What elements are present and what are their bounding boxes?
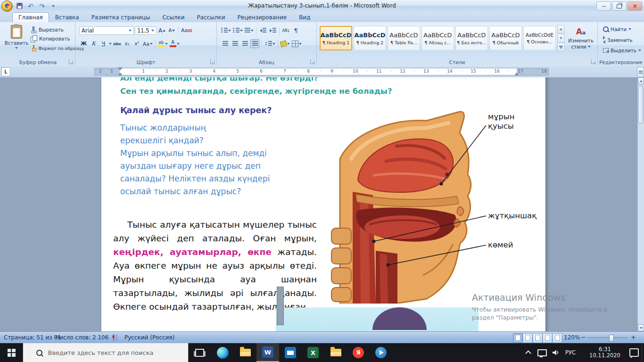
change-case-button[interactable]: Аа	[142, 39, 153, 48]
strikethrough-button[interactable]: abc	[113, 39, 122, 48]
page-indicator[interactable]: Страница: 51 из 81	[4, 332, 61, 343]
print-layout-view-button[interactable]	[513, 333, 522, 343]
style-abzac[interactable]: AaBbCcD¶ Абзац с...	[421, 26, 454, 50]
subscript-button[interactable]: х₂	[123, 39, 132, 48]
tray-language-button[interactable]: РУС	[562, 343, 579, 362]
taskbar-search[interactable]	[23, 343, 189, 362]
office-button[interactable]	[1, 0, 13, 12]
tab-recenzirovanie[interactable]: Рецензирование	[231, 12, 293, 22]
dialog-launcher-font[interactable]	[210, 59, 215, 64]
undo-button[interactable]: ↶	[26, 1, 35, 11]
superscript-button[interactable]: х²	[132, 39, 141, 48]
shading-button[interactable]	[280, 39, 290, 48]
scrollbar-thumb[interactable]	[638, 86, 644, 123]
minimize-button[interactable]: −	[596, 1, 611, 11]
select-button[interactable]: Выделить	[602, 47, 643, 54]
increase-indent-button[interactable]	[268, 26, 277, 35]
fullscreen-view-button[interactable]	[523, 333, 532, 343]
align-center-button[interactable]	[231, 39, 239, 48]
font-color-button[interactable]: А	[169, 39, 180, 48]
decrease-indent-button[interactable]	[258, 26, 267, 35]
tray-volume-button[interactable]	[549, 343, 562, 362]
customize-qat-button[interactable]	[49, 1, 58, 11]
tab-razmetka[interactable]: Разметка страницы	[85, 12, 157, 22]
notification-center-button[interactable]	[627, 343, 641, 362]
taskbar-icon-explorer[interactable]	[234, 343, 256, 362]
tab-vstavka[interactable]: Вставка	[49, 12, 85, 22]
change-styles-button[interactable]: Аа Изменить стили	[566, 27, 595, 49]
find-button[interactable]: Найти	[602, 26, 643, 33]
style-body-text[interactable]: AaBbCcDdE¶ Основн...	[523, 26, 556, 50]
style-heading-2[interactable]: AaBbCcD¶ Heading 2	[354, 26, 386, 50]
scroll-down-button[interactable]	[638, 324, 644, 331]
taskbar-icon-excel[interactable]: X	[302, 343, 324, 362]
line-spacing-button[interactable]: ↕	[264, 39, 276, 48]
align-right-button[interactable]	[240, 39, 249, 48]
zoom-in-button[interactable]: +	[631, 332, 636, 343]
first-line-indent-marker[interactable]	[118, 67, 123, 70]
dialog-launcher-paragraph[interactable]	[310, 59, 315, 64]
tab-stop-selector[interactable]: L	[1, 67, 10, 76]
dialog-launcher-clipboard[interactable]	[69, 59, 74, 64]
task-view-button[interactable]	[189, 343, 210, 362]
scroll-up-button[interactable]	[638, 77, 644, 84]
zoom-level[interactable]: 120%	[564, 332, 580, 343]
dialog-launcher-styles[interactable]	[591, 59, 596, 64]
show-paragraph-marks-button[interactable]: ¶	[291, 26, 300, 35]
restore-button[interactable]	[612, 1, 627, 11]
zoom-slider-thumb[interactable]	[609, 335, 614, 342]
styles-more-button[interactable]	[557, 43, 565, 51]
paste-button[interactable]: Вставить	[5, 25, 28, 49]
replace-button[interactable]: Заменить	[602, 35, 643, 44]
taskbar-icon-yandex[interactable]: Я	[347, 343, 370, 362]
style-heading-1[interactable]: AaBbCcD¶ Heading 1	[320, 26, 352, 50]
zoom-slider[interactable]	[587, 337, 628, 338]
start-button[interactable]	[0, 343, 23, 362]
tab-vid[interactable]: Вид	[293, 12, 316, 22]
borders-button[interactable]	[291, 39, 302, 48]
spellcheck-indicator[interactable]	[113, 332, 114, 343]
style-table-paragraph[interactable]: AaBbCcD¶ Table Pa...	[388, 26, 420, 50]
highlight-color-button[interactable]: ab	[157, 39, 168, 48]
redo-button[interactable]: ↷	[37, 1, 47, 11]
clear-formatting-button[interactable]: Аа	[181, 26, 192, 35]
anatomy-figure[interactable]: мұрын қуысы жұтқыншақ көмей	[327, 109, 544, 304]
language-indicator[interactable]: Русский (Россия)	[124, 332, 174, 343]
vertical-scrollbar[interactable]	[637, 77, 644, 331]
styles-scroll-down-button[interactable]	[557, 34, 565, 42]
grow-font-button[interactable]: А	[157, 26, 166, 35]
taskbar-icon-mail[interactable]	[279, 343, 302, 362]
tray-expand-button[interactable]	[522, 343, 534, 362]
underline-button[interactable]: Ч	[99, 39, 108, 48]
italic-button[interactable]: К	[89, 39, 98, 48]
taskbar-icon-edge[interactable]	[211, 343, 234, 362]
numbering-button[interactable]	[232, 26, 243, 35]
web-layout-view-button[interactable]	[533, 333, 542, 343]
align-left-button[interactable]	[221, 39, 230, 48]
ruler-toggle-button[interactable]	[637, 67, 644, 77]
save-button[interactable]	[15, 1, 24, 11]
draft-view-button[interactable]	[553, 333, 562, 343]
justify-button[interactable]	[250, 39, 259, 48]
bottom-illustration[interactable]	[276, 307, 479, 331]
taskbar-icon-messenger[interactable]	[370, 343, 392, 362]
sort-button[interactable]: АЯ↓	[281, 26, 290, 35]
bold-button[interactable]: Ж	[79, 39, 88, 48]
multilevel-list-button[interactable]	[244, 26, 254, 35]
tray-display-button[interactable]	[536, 343, 549, 362]
chevron-down-icon[interactable]	[109, 43, 112, 45]
zoom-out-button[interactable]: −	[581, 332, 586, 343]
styles-scroll-up-button[interactable]	[557, 25, 565, 33]
taskbar-icon-folder[interactable]	[324, 343, 347, 362]
close-button[interactable]: ×	[627, 1, 642, 11]
outline-view-button[interactable]	[543, 333, 552, 343]
hanging-indent-marker[interactable]	[118, 73, 123, 75]
taskbar-icon-word-active[interactable]: W	[256, 343, 279, 362]
shrink-font-button[interactable]: А	[167, 26, 176, 35]
style-normal[interactable]: AaBbCcD¶ Обычный	[489, 26, 522, 50]
search-input[interactable]	[47, 349, 181, 357]
tab-rassylki[interactable]: Рассылки	[191, 12, 231, 22]
tray-clock[interactable]: 6:31 10.11.2020	[585, 343, 625, 362]
show-desktop-button[interactable]	[642, 343, 644, 362]
tab-glavnaya[interactable]: Главная	[12, 12, 49, 22]
